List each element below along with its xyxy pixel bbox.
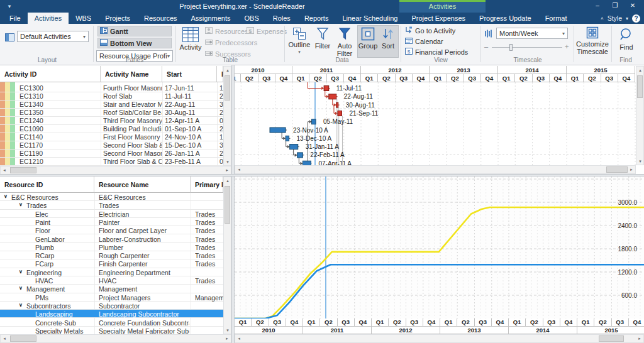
horizontal-scrollbar[interactable]: ◂▸ [0,166,231,175]
column-header-resource-id[interactable]: Resource ID [0,177,94,193]
tab-projects[interactable]: Projects [98,13,137,24]
scroll-right-icon[interactable]: ▸ [223,166,231,174]
gantt-bar-31-Jan-11-A[interactable] [290,144,298,150]
scroll-right-icon[interactable]: ▸ [636,335,643,342]
column-header-start[interactable]: Start [162,66,217,82]
timescale-combobox[interactable]: Month/Week▾ [496,28,568,39]
column-header-resource-name[interactable]: Resource Name [94,177,191,193]
expand-collapse-icon[interactable]: ∨ [19,269,23,275]
sort-button[interactable]: Sort [379,27,397,50]
scrollbar-thumb[interactable] [599,335,624,342]
gantt-bar-05-May-11[interactable] [312,119,316,124]
expand-collapse-icon[interactable]: ∨ [19,302,23,308]
column-header-primary-role[interactable]: Primary Role [191,177,223,193]
style-button[interactable]: Style [608,14,622,22]
scroll-down-icon[interactable]: ▾ [224,158,231,166]
scroll-left-icon[interactable]: ◂ [1,335,8,342]
scrollbar-thumb[interactable] [606,166,628,173]
minimize-button[interactable]: – [590,0,605,11]
zoom-in-icon[interactable]: + [565,43,569,50]
gantt-bar-11-Jul-11[interactable] [324,86,329,91]
calendar-button[interactable]: Calendar [405,37,443,45]
group-button[interactable]: Group [358,27,377,50]
tab-wbs[interactable]: WBS [69,13,98,24]
gantt-bar-21-Sep-11[interactable] [338,111,342,116]
timescale-zoom-slider[interactable]: – + [484,43,570,52]
scrollbar-thumb[interactable] [225,75,230,101]
table-row[interactable]: PlumbPlumberTrades [0,243,223,251]
column-header-activity-name[interactable]: Activity Name [101,66,162,82]
table-row-selected[interactable]: LandscapingLandscaping Subcontractor [0,310,223,318]
horizontal-scrollbar[interactable]: ◂▸ [235,165,636,174]
zoom-out-icon[interactable]: – [484,43,488,50]
table-row[interactable]: FloorFloor and Carpet LayerTrades [0,226,223,234]
gantt-timescale-header[interactable]: 201020112012201320142015Q1Q2Q3Q4Q1Q2Q3Q4… [235,66,644,82]
scrollbar-thumb[interactable] [637,75,643,98]
bottom-view-toggle-button[interactable]: Bottom View [97,38,172,48]
table-row[interactable]: EC1340Stair and Elevator Masonry22-Aug-1… [0,101,223,109]
table-row[interactable]: ∨E&C ResourcesE&C Resources [0,193,223,201]
quick-access-toolbar-button[interactable]: ▾ [3,1,16,11]
scroll-right-icon[interactable]: ▸ [628,166,635,173]
tab-resources[interactable]: Resources [137,13,184,24]
table-row[interactable]: EC1090Building Pad Including UG U01-Sep-… [0,125,223,133]
tab-file[interactable]: File [3,13,28,24]
table-row[interactable]: PaintPainterTrades [0,218,223,226]
auto-filter-button[interactable]: Auto Filter [334,27,355,57]
tab-assignments[interactable]: Assignments [184,13,238,24]
vertical-scrollbar[interactable]: ▴▾ [223,66,231,166]
table-row[interactable]: EC1240Third Floor Masonry Structu12-Apr-… [0,117,223,125]
table-row[interactable]: GenLaborLaborer-ConstructionTrades [0,235,223,243]
collapse-ribbon-icon[interactable]: ˄ [601,16,604,21]
scrollbar-thumb[interactable] [10,167,36,173]
gantt-toggle-button[interactable]: Gantt [97,26,172,36]
table-row[interactable]: FCarpFinish CarpenterTrades [0,259,223,268]
scroll-left-icon[interactable]: ◂ [235,166,243,173]
scroll-down-icon[interactable]: ▾ [636,158,644,165]
financial-periods-button[interactable]: $ Financial Periods [405,48,468,56]
gantt-bar-22-Aug-11[interactable] [329,94,336,99]
tab-obs[interactable]: OBS [238,13,266,24]
table-row[interactable]: EC1140First Floor Masonry Structu24-Nov-… [0,133,223,141]
tab-project-expenses[interactable]: Project Expenses [404,13,472,24]
table-row[interactable]: HVACHVACTrades [0,276,223,285]
restore-button[interactable]: ❐ [608,0,623,11]
scrollbar-thumb[interactable] [225,186,230,224]
zoom-slider-thumb[interactable] [509,44,513,51]
table-row[interactable]: ElecElectricianTrades [0,210,223,218]
scroll-left-icon[interactable]: ◂ [1,166,8,174]
gantt-bar-07-Apr-11-A[interactable] [303,161,311,165]
tab-progress-update[interactable]: Progress Update [472,13,538,24]
activity-table-button[interactable]: Activity [179,27,202,51]
expand-collapse-icon[interactable]: ∨ [4,193,8,199]
expand-collapse-icon[interactable]: ∨ [19,285,23,291]
table-row[interactable]: ∨SubcontractorsSubcontractor [0,302,223,310]
scroll-up-icon[interactable]: ▴ [224,177,231,185]
table-row[interactable]: EC1350Roof Slab/Collar Beam30-Aug-1121-S… [0,109,223,117]
table-row[interactable]: EC1310Roof Slab11-Jul-1122-Aug-11 [0,92,223,101]
help-icon[interactable]: ? [632,14,640,23]
tab-roles[interactable]: Roles [266,13,297,24]
outline-button[interactable]: Outline ▾ [287,27,311,56]
style-dropdown-icon[interactable]: ▾ [626,16,628,21]
find-button[interactable]: Find [614,27,639,51]
horizontal-scrollbar[interactable]: ◂▸ [235,334,644,343]
horizontal-scrollbar[interactable]: ◂▸ [0,334,231,343]
gantt-bar-23-Nov-10-A[interactable] [270,128,286,133]
table-row[interactable]: EC1190Second Floor Masonry Stru26-Jan-11… [0,150,223,158]
table-row[interactable]: Concrete-SubConcrete Foundation Subcontr… [0,318,223,327]
table-row[interactable]: ∨ManagementManagement [0,285,223,293]
layout-combobox[interactable]: Default Activities▾ [17,31,89,42]
tab-activities[interactable]: Activities [28,13,69,24]
table-row[interactable]: PMsProject ManagersManagement [0,293,223,302]
gantt-bar-30-Aug-11[interactable] [336,102,338,107]
table-row[interactable]: EC1300Fourth Floor Masonry Struc17-Jun-1… [0,84,223,92]
go-to-activity-button[interactable]: Go to Activity [405,26,455,35]
scroll-up-icon[interactable]: ▴ [636,67,644,74]
vertical-scrollbar[interactable]: ▴▾ [223,177,231,334]
scroll-down-icon[interactable]: ▾ [224,327,231,334]
tab-format[interactable]: Format [538,13,574,24]
scrollbar-thumb[interactable] [10,335,36,342]
table-row[interactable]: RCarpRough CarpenterTrades [0,251,223,259]
customize-timescale-button[interactable]: Customize Timescale [576,26,609,55]
